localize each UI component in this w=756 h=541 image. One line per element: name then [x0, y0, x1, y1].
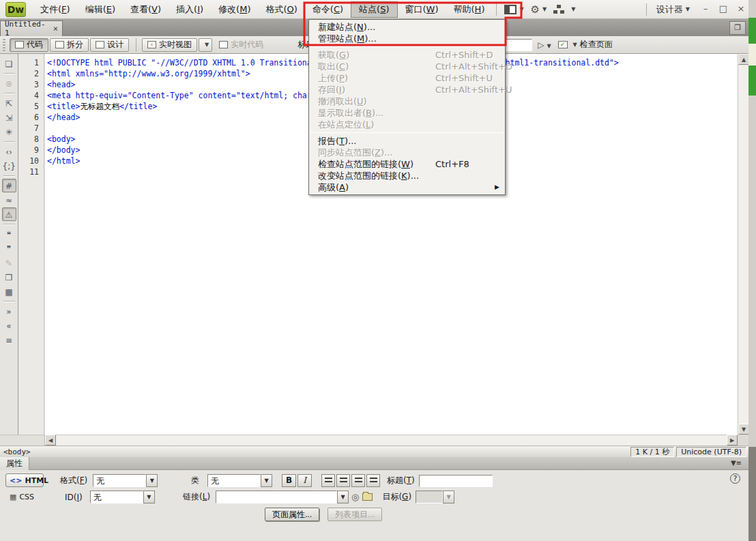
menu-edit[interactable]: 编辑(E)	[78, 0, 123, 19]
id-dropdown[interactable]: 无▼	[90, 491, 155, 503]
menu-window[interactable]: 窗口(W)	[398, 0, 446, 19]
line-number: 7	[18, 123, 39, 134]
scrollbar-corner-box	[0, 435, 45, 446]
minimize-button[interactable]: –	[698, 3, 713, 16]
css-mode-button[interactable]: ▦CSS	[5, 490, 44, 503]
collapse-full-tag-icon[interactable]: ⇱	[2, 96, 16, 110]
expand-all-icon[interactable]: ✳	[2, 125, 16, 138]
chevron-down-icon: ▼	[573, 42, 577, 48]
title-attr-input[interactable]	[419, 475, 493, 487]
check-page-label: 检查页面	[580, 39, 613, 50]
line-number: 1	[18, 57, 39, 68]
unordered-list-icon[interactable]	[321, 474, 335, 487]
point-to-file-icon[interactable]: ◎	[351, 492, 359, 502]
page-properties-button[interactable]: 页面属性...	[265, 508, 319, 521]
close-button[interactable]: ×	[733, 3, 748, 16]
site-menu-popup: 新建站点(N)...管理站点(M)...获取(G)Ctrl+Shift+D取出(…	[308, 19, 506, 195]
check-page-button[interactable]: ✓ ▼ 检查页面	[558, 39, 613, 50]
menu-file[interactable]: 文件(F)	[33, 0, 78, 19]
site-menu-item-advanced[interactable]: 高级(A)▶	[309, 181, 505, 193]
live-view-dropdown[interactable]: ▼	[199, 38, 212, 52]
menu-modify[interactable]: 修改(M)	[211, 0, 258, 19]
coding-toolbar-divider	[3, 175, 15, 176]
extensions-button[interactable]: ⚙ ▼	[527, 1, 551, 18]
chevron-down-icon: ▼	[519, 6, 523, 12]
line-number: 4	[18, 90, 39, 101]
file-management-icon[interactable]: ▷▼	[538, 40, 551, 50]
collapse-selection-icon[interactable]: ⇲	[2, 111, 16, 124]
line-number: 8	[18, 134, 39, 145]
menu-site[interactable]: 站点(S)	[351, 1, 397, 18]
menu-commands[interactable]: 命令(C)	[305, 0, 351, 19]
class-dropdown[interactable]: 无▼	[207, 474, 272, 487]
balance-braces-icon[interactable]: {;}	[2, 159, 16, 173]
dreamweaver-logo: Dw	[5, 2, 26, 17]
split-view-button[interactable]: 拆分	[50, 38, 89, 52]
coding-toolbar: ❏⊛⇱⇲✳‹›{;}#≈⚠❝❞✎❐▦»«≡	[0, 54, 18, 435]
document-tab-label: Untitled-1	[5, 20, 49, 38]
line-numbers-icon[interactable]: #	[2, 179, 16, 192]
menu-insert[interactable]: 插入(I)	[169, 0, 211, 19]
site-panel-button[interactable]: ▼	[550, 1, 579, 18]
outdent-code-icon[interactable]: «	[2, 319, 16, 332]
tab-close-icon[interactable]: ×	[53, 24, 58, 33]
menu-view[interactable]: 查看(V)	[123, 0, 169, 19]
dreamweaver-window: Dw 文件(F)编辑(E)查看(V)插入(I)修改(M)格式(O)命令(C)站点…	[0, 0, 756, 541]
site-menu-item-manage-sites[interactable]: 管理站点(M)...	[309, 33, 505, 44]
panel-menu-icon[interactable]: ▼≡	[731, 459, 742, 467]
code-view-button[interactable]: 代码	[10, 38, 48, 52]
site-menu-item-reports[interactable]: 报告(T)...	[309, 135, 505, 147]
browse-folder-icon[interactable]	[362, 493, 373, 501]
scroll-up-icon[interactable]: ▲	[738, 54, 749, 65]
toolbar-gripper[interactable]	[3, 39, 5, 51]
chevron-down-icon: ▼	[686, 6, 690, 12]
move-css-icon[interactable]: ▦	[2, 284, 16, 298]
split-view-icon	[55, 41, 64, 48]
site-menu-item-check-out: 取出(C)Ctrl+Alt+Shift+D	[309, 61, 505, 72]
code-view-icon	[15, 41, 24, 48]
site-menu-item-new-site[interactable]: 新建站点(N)...	[309, 21, 505, 33]
scroll-down-icon[interactable]: ▼	[738, 424, 749, 435]
site-menu-item-check-links-sitewide[interactable]: 检查站点范围的链接(W)Ctrl+F8	[309, 158, 505, 170]
site-menu-item-synchronize-sitewide: 同步站点范围(Z)...	[309, 147, 505, 158]
layout-switcher-button[interactable]: ▼	[501, 1, 527, 18]
scrollbar-corner	[738, 435, 748, 445]
scroll-left-icon[interactable]: ◀	[45, 435, 56, 445]
indent-icon[interactable]	[366, 474, 380, 487]
collapse-panels-icon[interactable]: ❐	[729, 21, 746, 35]
menu-format[interactable]: 格式(O)	[258, 0, 304, 19]
properties-header: 属性 ▼≡	[0, 457, 748, 470]
syntax-error-alerts-icon[interactable]: ⚠	[2, 207, 16, 221]
outdent-icon[interactable]	[351, 474, 365, 487]
workspace-label: 设计器	[656, 3, 683, 16]
format-source-code-icon[interactable]: ≡	[2, 333, 16, 347]
properties-tab[interactable]: 属性	[0, 457, 29, 470]
site-menu-item-change-link-sitewide[interactable]: 改变站点范围的链接(K)...	[309, 170, 505, 181]
open-documents-icon[interactable]: ❏	[2, 57, 16, 70]
format-dropdown[interactable]: 无▼	[93, 474, 158, 487]
recent-snippets-icon[interactable]: ❐	[2, 270, 16, 284]
scroll-right-icon[interactable]: ▶	[727, 435, 738, 445]
link-combobox[interactable]: ▼	[216, 491, 349, 503]
live-view-button[interactable]: ⚡实时视图	[142, 38, 197, 52]
chevron-down-icon: ▼	[443, 491, 454, 503]
design-view-button[interactable]: 设计	[90, 38, 129, 52]
select-parent-tag-icon[interactable]: ‹›	[2, 145, 16, 158]
html-mode-button[interactable]: <>HTML	[5, 473, 44, 487]
workspace-switcher[interactable]: 设计器 ▼	[651, 3, 695, 16]
indent-code-icon[interactable]: »	[2, 304, 16, 318]
tag-selector-body[interactable]: <body>	[0, 448, 31, 456]
apply-comment-icon[interactable]: ❝	[2, 227, 16, 241]
ordered-list-icon[interactable]	[336, 474, 350, 487]
italic-button[interactable]: I	[297, 474, 312, 487]
line-number: 2	[18, 68, 39, 79]
maximize-button[interactable]: □	[716, 3, 731, 16]
help-icon[interactable]: ?	[730, 473, 740, 484]
menu-help[interactable]: 帮助(H)	[446, 0, 493, 19]
horizontal-scrollbar[interactable]: ◀ ▶	[0, 435, 738, 445]
document-tab[interactable]: Untitled-1 ×	[0, 20, 63, 36]
vertical-scrollbar[interactable]: ▲ ▼	[738, 54, 748, 435]
bold-button[interactable]: B	[282, 474, 296, 487]
highlight-invalid-code-icon[interactable]: ≈	[2, 193, 16, 207]
remove-comment-icon[interactable]: ❞	[2, 242, 16, 255]
